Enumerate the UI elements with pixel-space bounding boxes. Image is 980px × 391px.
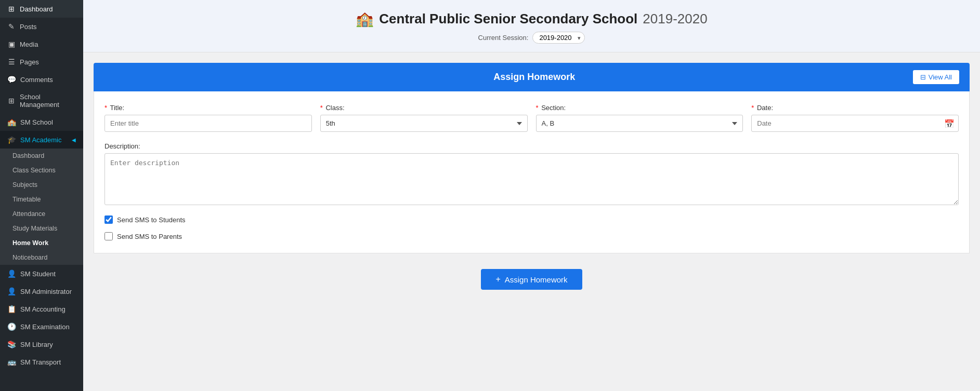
sidebar-item-sm-examination-label: SM Examination — [20, 323, 70, 331]
section-label: * Section: — [536, 104, 743, 112]
form-panel: * Title: * Class: 1st2nd3rd4th 5th6th7th… — [94, 91, 970, 253]
ac-study-materials-label: Study Materials — [12, 225, 57, 232]
sidebar-item-ac-study-materials[interactable]: Study Materials — [0, 221, 83, 236]
sm-transport-icon: 🚌 — [7, 358, 16, 366]
submit-plus-icon: + — [495, 275, 500, 284]
sms-parents-label: Send SMS to Parents — [117, 233, 182, 240]
content-area: Assign Homework ⊟ View All * Title: — [83, 52, 980, 391]
assign-homework-bar: Assign Homework ⊟ View All — [94, 63, 970, 91]
date-input-wrap: 📅 — [751, 115, 959, 132]
school-header: 🏫 Central Public Senior Secondary School… — [83, 0, 980, 52]
main-content: 🏫 Central Public Senior Secondary School… — [83, 0, 980, 391]
dashboard-icon: ⊞ — [7, 5, 16, 13]
sidebar-item-ac-homework[interactable]: Home Work — [0, 236, 83, 250]
sidebar-item-dashboard-label: Dashboard — [20, 5, 53, 13]
submit-label: Assign Homework — [505, 275, 568, 284]
school-year: 2019-2020 — [643, 11, 707, 27]
sidebar-item-ac-dashboard[interactable]: Dashboard — [0, 149, 83, 163]
calendar-icon[interactable]: 📅 — [944, 118, 955, 128]
description-group: Description: — [104, 142, 959, 207]
sidebar-item-pages-label: Pages — [20, 58, 39, 66]
comments-icon: 💬 — [7, 75, 16, 84]
school-building-icon: 🏫 — [356, 10, 374, 28]
sidebar-item-sm-transport[interactable]: 🚌 SM Transport — [0, 353, 83, 371]
ac-noticeboard-label: Noticeboard — [12, 254, 47, 261]
sidebar-item-sm-academic-label: SM Academic — [20, 136, 61, 144]
sidebar-item-ac-attendance[interactable]: Attendance — [0, 207, 83, 221]
sm-academic-submenu: Dashboard Class Sections Subjects Timeta… — [0, 149, 83, 265]
sms-students-checkbox[interactable] — [104, 215, 113, 224]
section-select[interactable]: ABA, BC — [536, 115, 743, 132]
sidebar-item-comments[interactable]: 💬 Comments — [0, 71, 83, 88]
view-all-label: View All — [929, 73, 952, 81]
sms-parents-row: Send SMS to Parents — [104, 232, 959, 240]
sm-examination-icon: 🕐 — [7, 322, 16, 331]
sidebar-item-posts-label: Posts — [20, 23, 37, 31]
title-input[interactable] — [104, 115, 312, 132]
sidebar-item-sm-transport-label: SM Transport — [20, 358, 61, 366]
sidebar-item-sm-administrator[interactable]: 👤 SM Administrator — [0, 282, 83, 300]
session-row: Current Session: 2019-2020 2020-2021 201… — [94, 32, 970, 44]
sidebar-item-media-label: Media — [20, 41, 38, 48]
sidebar-item-sm-library[interactable]: 📚 SM Library — [0, 335, 83, 353]
sms-students-row: Send SMS to Students — [104, 215, 959, 224]
class-select[interactable]: 1st2nd3rd4th 5th6th7th 8th9th10th — [320, 115, 528, 132]
ac-subjects-label: Subjects — [12, 181, 37, 188]
sidebar-item-sm-school-label: SM School — [20, 118, 53, 126]
sm-library-icon: 📚 — [7, 340, 16, 348]
class-field-group: * Class: 1st2nd3rd4th 5th6th7th 8th9th10… — [320, 104, 528, 132]
view-all-icon: ⊟ — [920, 73, 926, 81]
sidebar-item-dashboard[interactable]: ⊞ Dashboard — [0, 0, 83, 18]
title-label: * Title: — [104, 104, 312, 112]
school-name: Central Public Senior Secondary School — [379, 11, 637, 27]
sms-parents-checkbox[interactable] — [104, 232, 113, 240]
date-field-group: * Date: 📅 — [751, 104, 959, 132]
sidebar-item-sm-student-label: SM Student — [20, 270, 56, 278]
sidebar-item-ac-timetable[interactable]: Timetable — [0, 192, 83, 207]
sm-accounting-icon: 📋 — [7, 305, 16, 313]
sidebar: ⊞ Dashboard ✎ Posts ▣ Media ☰ Pages 💬 Co… — [0, 0, 83, 391]
sidebar-item-sm-accounting[interactable]: 📋 SM Accounting — [0, 300, 83, 318]
session-select[interactable]: 2019-2020 2020-2021 2018-2019 — [532, 32, 585, 44]
sidebar-item-ac-class-sections[interactable]: Class Sections — [0, 163, 83, 178]
form-main-row: * Title: * Class: 1st2nd3rd4th 5th6th7th… — [104, 104, 959, 132]
sidebar-item-sm-accounting-label: SM Accounting — [20, 305, 66, 313]
sidebar-item-sm-examination[interactable]: 🕐 SM Examination — [0, 318, 83, 335]
sidebar-item-sm-academic[interactable]: 🎓 SM Academic ◀ — [0, 131, 83, 149]
sidebar-item-ac-noticeboard[interactable]: Noticeboard — [0, 250, 83, 265]
school-title: 🏫 Central Public Senior Secondary School… — [94, 10, 970, 28]
date-input[interactable] — [751, 115, 959, 132]
ac-dashboard-label: Dashboard — [12, 152, 44, 159]
sidebar-item-school-management[interactable]: ⊞ School Management — [0, 88, 83, 113]
sidebar-item-sm-student[interactable]: 👤 SM Student — [0, 265, 83, 282]
sidebar-item-comments-label: Comments — [20, 76, 53, 84]
media-icon: ▣ — [7, 40, 16, 48]
sm-academic-arrow: ◀ — [72, 137, 76, 143]
pages-icon: ☰ — [7, 58, 16, 66]
section-field-group: * Section: ABA, BC — [536, 104, 743, 132]
ac-attendance-label: Attendance — [12, 210, 45, 218]
session-label: Current Session: — [478, 34, 529, 42]
sm-academic-icon: 🎓 — [7, 136, 16, 144]
school-mgmt-icon: ⊞ — [7, 97, 16, 105]
title-field-group: * Title: — [104, 104, 312, 132]
sidebar-item-sm-school[interactable]: 🏫 SM School — [0, 113, 83, 131]
sm-admin-icon: 👤 — [7, 287, 16, 295]
description-textarea[interactable] — [104, 153, 959, 205]
description-label: Description: — [104, 142, 959, 150]
ac-homework-label: Home Work — [12, 239, 48, 247]
sidebar-item-school-management-label: School Management — [20, 93, 76, 109]
view-all-button[interactable]: ⊟ View All — [913, 70, 959, 84]
section-required: * — [536, 104, 539, 112]
sidebar-item-posts[interactable]: ✎ Posts — [0, 18, 83, 35]
sm-student-icon: 👤 — [7, 269, 16, 278]
sidebar-item-media[interactable]: ▣ Media — [0, 35, 83, 53]
assign-homework-button[interactable]: + Assign Homework — [481, 269, 582, 290]
sidebar-item-ac-subjects[interactable]: Subjects — [0, 178, 83, 192]
title-required: * — [104, 104, 107, 112]
sidebar-item-pages[interactable]: ☰ Pages — [0, 53, 83, 71]
class-label: * Class: — [320, 104, 528, 112]
assign-homework-title: Assign Homework — [156, 72, 913, 83]
submit-row: + Assign Homework — [94, 269, 970, 290]
sms-students-label: Send SMS to Students — [117, 216, 186, 224]
